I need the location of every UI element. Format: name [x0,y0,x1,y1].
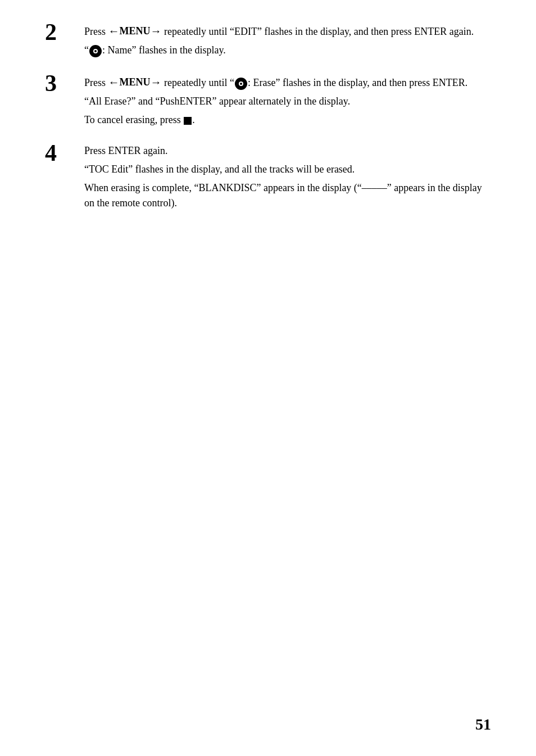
step-3-para-2: “All Erase?” and “PushENTER” appear alte… [84,94,491,109]
page-number: 51 [475,716,491,734]
step-4-para-2: “TOC Edit” flashes in the display, and a… [84,162,491,177]
step-2-press-text: Press [84,26,108,37]
stop-icon [184,117,192,125]
step-3: 3 Press ←MENU→ repeatedly until “: Erase… [45,74,491,128]
menu-arrow-2: ←MENU→ [108,22,162,39]
arrow-right-icon-2: → [151,22,162,39]
svg-point-5 [240,83,242,85]
step-3-until-text: repeatedly until “ [162,77,234,88]
step-3-cancel-text: To cancel erasing, press [84,114,183,125]
step-3-erase-text: : Erase” flashes in the display, and the… [248,77,467,88]
step-4-content: Press ENTER again. “TOC Edit” flashes in… [84,143,491,211]
step-3-press-text: Press [84,77,108,88]
disc-icon-3 [235,78,247,90]
step-2: 2 Press ←MENU→ repeatedly until “EDIT” f… [45,22,491,58]
step-3-content: Press ←MENU→ repeatedly until “: Erase” … [84,74,491,128]
step-4-para-1: Press ENTER again. [84,143,491,159]
step-number-2: 2 [45,20,79,44]
step-4-para-3: When erasing is complete, “BLANKDISC” ap… [84,180,491,211]
svg-point-2 [94,50,97,52]
step-number-3: 3 [45,71,79,95]
step-3-period: . [192,114,195,125]
arrow-left-icon-2: ← [108,22,120,39]
step-number-4: 4 [45,141,79,165]
step-2-name-text: : Name” flashes in the display. [102,44,226,56]
step-3-para-1: Press ←MENU→ repeatedly until “: Erase” … [84,74,491,90]
step-4: 4 Press ENTER again. “TOC Edit” flashes … [45,143,491,211]
disc-icon-2 [89,45,102,57]
step-2-text-after-arrow: repeatedly until “EDIT” flashes in the d… [162,26,474,37]
page: 2 Press ←MENU→ repeatedly until “EDIT” f… [0,0,536,756]
arrow-right-icon-3: → [151,74,162,90]
step-3-para-3: To cancel erasing, press . [84,112,491,128]
arrow-left-icon-3: ← [108,74,120,90]
menu-arrow-3: ←MENU→ [108,74,162,90]
step-2-content: Press ←MENU→ repeatedly until “EDIT” fla… [84,22,491,58]
step-2-para-2: “: Name” flashes in the display. [84,43,491,58]
step-2-quote-open: “ [84,44,89,56]
step-2-para-1: Press ←MENU→ repeatedly until “EDIT” fla… [84,22,491,39]
